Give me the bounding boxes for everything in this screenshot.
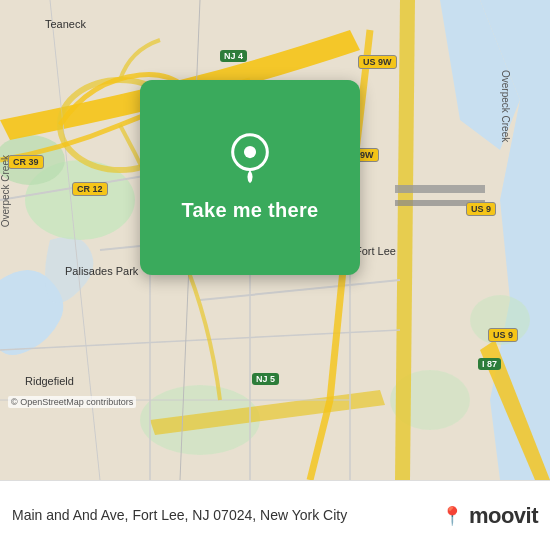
badge-nj5: NJ 5 xyxy=(252,373,279,385)
label-hudson: Overpeck Creek xyxy=(500,70,511,142)
badge-us9w-top: US 9W xyxy=(358,55,397,69)
badge-cr39: CR 39 xyxy=(8,155,44,169)
bottom-bar: Main and And Ave, Fort Lee, NJ 07024, Ne… xyxy=(0,480,550,550)
badge-nj4: NJ 4 xyxy=(220,50,247,62)
address-text: Main and And Ave, Fort Lee, NJ 07024, Ne… xyxy=(12,506,435,526)
label-teaneck: Teaneck xyxy=(45,18,86,30)
svg-rect-17 xyxy=(395,185,485,193)
location-emoji: 📍 xyxy=(441,505,463,527)
badge-us9-bot: US 9 xyxy=(488,328,518,342)
badge-us9: US 9 xyxy=(466,202,496,216)
svg-point-20 xyxy=(244,146,256,158)
badge-i87: I 87 xyxy=(478,358,501,370)
location-card[interactable]: Take me there xyxy=(140,80,360,275)
copyright-text: © OpenStreetMap contributors xyxy=(8,396,136,408)
location-pin-icon xyxy=(224,133,276,185)
moovit-logo-text: moovit xyxy=(469,503,538,529)
moovit-logo: moovit xyxy=(469,503,538,529)
map-container: Teaneck Palisades Park Fort Lee Ridgefie… xyxy=(0,0,550,480)
label-palisades: Palisades Park xyxy=(65,265,138,277)
label-fortlee: Fort Lee xyxy=(355,245,396,257)
take-me-there-button[interactable]: Take me there xyxy=(182,199,319,222)
badge-cr12: CR 12 xyxy=(72,182,108,196)
label-ridgefield: Ridgefield xyxy=(25,375,74,387)
